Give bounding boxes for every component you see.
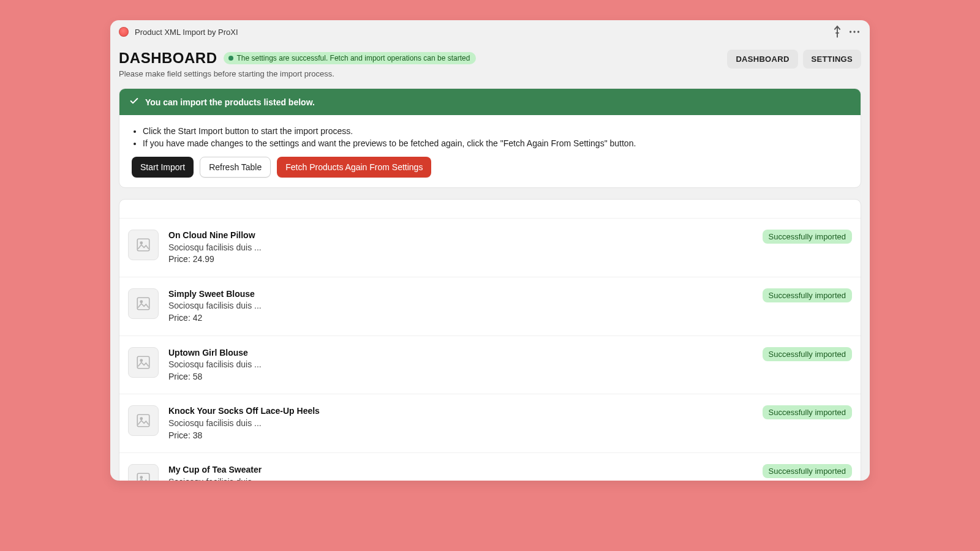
fetch-products-button[interactable]: Fetch Products Again From Settings: [277, 157, 431, 178]
page-header: DASHBOARD The settings are successful. F…: [119, 50, 861, 88]
status-badge: Successfully imported: [763, 288, 852, 302]
banner-text: You can import the products listed below…: [145, 97, 315, 107]
more-icon[interactable]: [848, 25, 861, 39]
product-info: Uptown Girl BlouseSociosqu facilisis dui…: [168, 347, 753, 383]
svg-point-8: [140, 359, 142, 361]
instruction-item: Click the Start Import button to start t…: [143, 126, 848, 136]
instruction-item: If you have made changes to the settings…: [143, 138, 848, 148]
product-price: Price: 58: [168, 371, 753, 383]
product-desc: Sociosqu facilisis duis ...: [168, 418, 753, 430]
import-card: You can import the products listed below…: [119, 88, 861, 188]
product-info: On Cloud Nine PillowSociosqu facilisis d…: [168, 230, 753, 266]
svg-point-1: [853, 31, 855, 32]
product-name: Simply Sweet Blouse: [168, 288, 753, 301]
svg-rect-3: [137, 239, 149, 251]
image-placeholder-icon: [128, 464, 159, 481]
svg-rect-11: [137, 473, 149, 481]
pin-icon[interactable]: [831, 25, 844, 39]
product-name: Knock Your Socks Off Lace-Up Heels: [168, 405, 753, 418]
svg-point-0: [850, 31, 851, 32]
svg-point-12: [140, 476, 142, 478]
app-logo-icon: [119, 27, 129, 37]
product-info: Simply Sweet BlouseSociosqu facilisis du…: [168, 288, 753, 324]
product-row[interactable]: On Cloud Nine PillowSociosqu facilisis d…: [119, 218, 861, 277]
status-badge: Successfully imported: [763, 347, 852, 361]
product-info: My Cup of Tea SweaterSociosqu facilisis …: [168, 464, 753, 481]
image-placeholder-icon: [128, 347, 159, 378]
start-import-button[interactable]: Start Import: [132, 157, 194, 178]
product-row[interactable]: My Cup of Tea SweaterSociosqu facilisis …: [119, 452, 861, 481]
product-price: Price: 38: [168, 430, 753, 442]
content-area: DASHBOARD The settings are successful. F…: [110, 43, 870, 481]
product-row[interactable]: Simply Sweet BlouseSociosqu facilisis du…: [119, 277, 861, 335]
product-desc: Sociosqu facilisis duis ...: [168, 242, 753, 254]
titlebar: Product XML Import by ProXI: [110, 20, 870, 43]
app-window: Product XML Import by ProXI DASHBOARD Th…: [110, 20, 870, 481]
product-desc: Sociosqu facilisis duis ...: [168, 300, 753, 312]
image-placeholder-icon: [128, 405, 159, 436]
success-banner: You can import the products listed below…: [119, 89, 861, 115]
tab-dashboard[interactable]: DASHBOARD: [727, 50, 797, 69]
product-row[interactable]: Knock Your Socks Off Lace-Up HeelsSocios…: [119, 394, 861, 452]
tab-settings[interactable]: SETTINGS: [803, 50, 861, 69]
svg-point-2: [858, 31, 859, 32]
app-title: Product XML Import by ProXI: [135, 28, 238, 37]
svg-point-4: [140, 242, 142, 244]
status-chip: The settings are successful. Fetch and i…: [224, 52, 477, 64]
svg-point-6: [140, 301, 142, 302]
status-text: The settings are successful. Fetch and i…: [237, 54, 470, 62]
refresh-table-button[interactable]: Refresh Table: [200, 157, 271, 178]
product-row[interactable]: Uptown Girl BlouseSociosqu facilisis dui…: [119, 335, 861, 394]
product-price: Price: 42: [168, 312, 753, 324]
status-badge: Successfully imported: [763, 464, 852, 478]
product-name: My Cup of Tea Sweater: [168, 464, 753, 476]
page-subtitle: Please make field settings before starti…: [119, 69, 720, 78]
product-price: Price: 24.99: [168, 253, 753, 266]
product-desc: Sociosqu facilisis duis ...: [168, 476, 753, 481]
svg-point-10: [140, 418, 142, 419]
svg-rect-5: [137, 298, 149, 310]
status-badge: Successfully imported: [763, 230, 852, 244]
product-list: On Cloud Nine PillowSociosqu facilisis d…: [119, 199, 861, 481]
product-name: Uptown Girl Blouse: [168, 347, 753, 359]
product-name: On Cloud Nine Pillow: [168, 230, 753, 242]
check-icon: [129, 96, 139, 108]
image-placeholder-icon: [128, 288, 159, 319]
image-placeholder-icon: [128, 230, 159, 260]
instructions-list: Click the Start Import button to start t…: [132, 126, 848, 148]
svg-rect-9: [137, 415, 149, 427]
product-info: Knock Your Socks Off Lace-Up HeelsSocios…: [168, 405, 753, 441]
status-badge: Successfully imported: [763, 405, 852, 419]
status-dot-icon: [228, 56, 233, 61]
nav-tabs: DASHBOARD SETTINGS: [727, 50, 861, 69]
page-title: DASHBOARD: [119, 50, 217, 67]
product-desc: Sociosqu facilisis duis ...: [168, 359, 753, 371]
svg-rect-7: [137, 356, 149, 369]
